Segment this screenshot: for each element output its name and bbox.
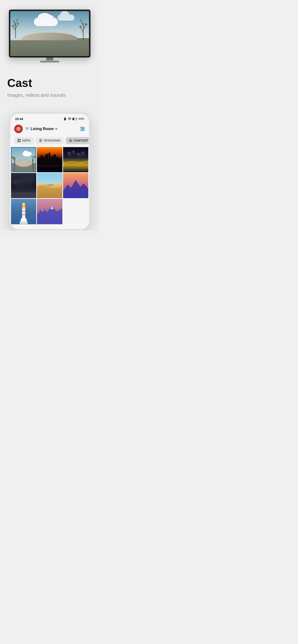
svg-point-78 — [16, 182, 32, 190]
photo-1[interactable] — [11, 147, 36, 172]
photo-8-svg — [37, 199, 62, 224]
power-icon — [17, 127, 20, 131]
chevron-down-icon — [55, 128, 58, 130]
plant-right — [79, 19, 87, 40]
svg-rect-59 — [46, 154, 46, 155]
photo-6-svg — [63, 173, 88, 198]
settings-sliders-icon[interactable] — [80, 127, 85, 131]
photo-5-svg — [37, 173, 62, 198]
svg-rect-74 — [82, 152, 83, 153]
app-header: Living Room — [10, 123, 89, 136]
cast-icon — [69, 139, 72, 142]
svg-point-87 — [21, 202, 26, 207]
tab-bar: APPS TRACKPAD CONTENT — [10, 136, 89, 147]
room-wifi-icon — [25, 128, 29, 130]
photo-5[interactable] — [37, 173, 62, 198]
text-section: Cast Images, videos and sounds — [0, 67, 99, 108]
svg-point-7 — [13, 20, 15, 22]
svg-rect-49 — [38, 158, 40, 164]
svg-rect-58 — [41, 156, 42, 156]
svg-line-2 — [16, 24, 18, 28]
photo-7-svg — [11, 199, 36, 224]
svg-point-47 — [32, 160, 34, 162]
svg-rect-67 — [68, 152, 71, 156]
svg-rect-88 — [22, 207, 25, 209]
svg-rect-89 — [22, 210, 25, 212]
tv-base — [40, 60, 59, 62]
power-button[interactable] — [14, 124, 23, 133]
svg-rect-72 — [73, 151, 74, 152]
svg-rect-29 — [20, 141, 21, 142]
photo-8[interactable] — [37, 199, 62, 224]
grid-icon — [18, 139, 21, 142]
svg-rect-62 — [54, 155, 54, 156]
cloud-1 — [34, 18, 58, 26]
photo-2-svg — [37, 147, 62, 172]
svg-rect-92 — [20, 222, 28, 224]
svg-point-31 — [40, 140, 41, 141]
tv-ground — [10, 40, 89, 56]
tab-trackpad-label: TRACKPAD — [44, 139, 60, 142]
svg-point-23 — [83, 128, 84, 130]
svg-rect-73 — [78, 154, 79, 154]
svg-rect-69 — [77, 153, 81, 156]
svg-rect-55 — [53, 154, 56, 164]
photo-6[interactable] — [63, 173, 88, 198]
svg-point-21 — [81, 127, 82, 128]
svg-rect-54 — [51, 156, 53, 164]
svg-rect-56 — [56, 157, 58, 164]
tab-apps[interactable]: APPS — [14, 137, 34, 144]
page-subtitle: Images, videos and sounds — [7, 92, 92, 98]
plant-left — [12, 19, 19, 38]
svg-rect-90 — [22, 214, 25, 216]
battery-icon — [72, 118, 77, 120]
svg-point-39 — [26, 152, 32, 156]
tab-apps-label: APPS — [22, 139, 31, 142]
status-icons: 📳 44% — [63, 117, 84, 120]
tv-section — [0, 0, 99, 67]
svg-point-43 — [13, 157, 15, 159]
photo-7[interactable] — [11, 199, 36, 224]
photo-grid — [10, 147, 89, 224]
photo-3-svg — [63, 147, 88, 172]
room-selector[interactable]: Living Room — [23, 127, 80, 131]
svg-point-17 — [83, 22, 84, 24]
photo-2[interactable] — [37, 147, 62, 172]
tv-frame — [9, 10, 90, 58]
svg-rect-57 — [59, 158, 61, 164]
svg-rect-70 — [81, 151, 84, 156]
tab-trackpad[interactable]: TRACKPAD — [36, 137, 64, 144]
photo-4[interactable] — [11, 173, 36, 198]
svg-point-9 — [15, 23, 16, 24]
svg-line-4 — [16, 20, 17, 25]
svg-point-25 — [82, 130, 83, 131]
tab-content[interactable]: CONTENT — [66, 137, 90, 144]
svg-rect-91 — [21, 218, 27, 222]
wifi-icon — [68, 118, 71, 120]
tv-wrapper — [9, 10, 90, 62]
svg-line-11 — [80, 27, 83, 33]
svg-rect-79 — [11, 192, 36, 198]
svg-rect-71 — [69, 152, 69, 153]
tv-screen — [10, 11, 89, 56]
svg-rect-19 — [73, 118, 74, 120]
svg-point-36 — [16, 160, 31, 166]
status-time: 23:44 — [15, 117, 23, 121]
phone-section: 23:44 📳 44% — [0, 108, 99, 230]
photo-3[interactable] — [63, 147, 88, 172]
svg-rect-52 — [45, 154, 48, 164]
tab-content-label: CONTENT — [74, 139, 89, 142]
plant-svg-right — [79, 19, 87, 40]
svg-point-16 — [80, 20, 82, 21]
plant-svg-left — [12, 19, 19, 38]
svg-rect-28 — [18, 141, 19, 142]
bottom-spacer — [0, 230, 99, 238]
trackpad-icon — [39, 139, 42, 142]
room-name-label: Living Room — [31, 127, 54, 131]
svg-rect-51 — [43, 156, 45, 164]
svg-rect-53 — [49, 153, 50, 164]
svg-rect-66 — [63, 147, 88, 172]
svg-point-14 — [79, 26, 81, 28]
phone-frame: 23:44 📳 44% — [9, 112, 90, 230]
svg-rect-27 — [20, 139, 21, 140]
